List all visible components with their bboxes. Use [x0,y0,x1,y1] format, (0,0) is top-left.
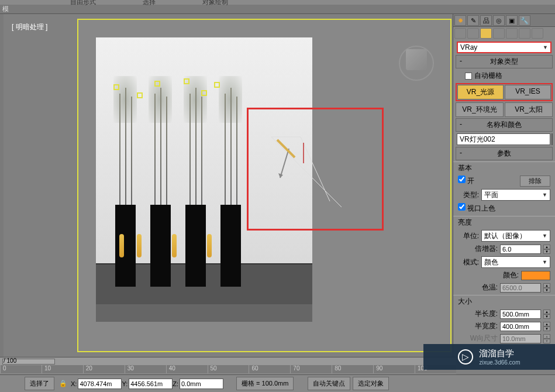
chevron-down-icon: ▼ [542,259,547,265]
z-label: Z: [173,380,178,387]
scene-floor-front [96,304,312,322]
menu-select[interactable]: 选择 [143,0,156,2]
display-tab-icon[interactable]: ▣ [506,15,518,26]
lock-icon[interactable]: 🔒 [56,380,71,387]
chevron-down-icon: ▼ [542,233,547,239]
cameras-icon[interactable] [493,28,505,39]
light-gizmo-icon[interactable] [113,84,119,90]
viewport-container: [ 明暗处理 ] [4,14,453,357]
selected-count-button[interactable]: 选择了 [25,377,54,390]
chevron-down-icon: ▼ [543,44,548,50]
halflength-label: 半长度: [475,309,498,319]
color-swatch[interactable] [521,271,550,280]
unit-label: 单位: [458,231,479,241]
top-menu-bar: 自由形式 选择 对象绘制 [0,0,555,5]
menu-freeform[interactable]: 自由形式 [70,0,96,2]
rollout-params[interactable]: - 参数 [456,147,553,160]
selected-object-button[interactable]: 选定对象 [353,377,389,390]
timeline-ruler: 0 10 20 30 40 50 60 70 80 90 100 [0,365,456,373]
annotation-highlight-box [247,108,384,231]
chevron-down-icon: ▼ [542,192,547,198]
viewport-label[interactable]: [ 明暗处理 ] [12,22,47,32]
group-intensity-label: 亮度 [453,216,555,229]
modify-tab-icon[interactable]: ✎ [467,15,479,26]
geometry-icon[interactable] [454,28,466,39]
spinner-up: ▲ [543,283,550,288]
colortemp-input [500,283,541,293]
auto-key-button[interactable]: 自动关键点 [308,377,350,390]
object-name-input[interactable] [457,133,550,145]
object-color-swatch[interactable] [551,133,553,145]
z-coord-input[interactable] [180,379,223,389]
create-subtabs [453,27,555,40]
grid-size-display: 栅格 = 100.0mm [236,377,294,390]
time-slider[interactable]: / 100 [0,357,456,365]
vr-ies-button[interactable]: VR_IES [505,85,551,99]
helpers-icon[interactable] [506,28,518,39]
panel-tabs: ✸ ✎ 品 ◎ ▣ 🔧 [453,14,555,27]
command-panel: ✸ ✎ 品 ◎ ▣ 🔧 VRay ▼ - 对象类型 自动 [453,14,555,357]
rollout-name-color[interactable]: - 名称和颜色 [456,118,553,132]
vr-ambient-button[interactable]: VR_环境光 [456,102,504,117]
spinner-down[interactable]: ▼ [543,249,550,254]
spinner-up[interactable]: ▲ [543,245,550,249]
plant-4[interactable] [216,88,245,287]
menu-object-paint[interactable]: 对象绘制 [202,0,228,2]
vr-sun-button[interactable]: VR_太阳 [505,102,553,117]
light-category-dropdown[interactable]: VRay ▼ [457,42,551,53]
light-gizmo-icon[interactable] [214,82,220,88]
unit-dropdown[interactable]: 默认（图像） ▼ [481,230,550,242]
viewport[interactable] [77,19,451,352]
multiplier-label: 倍增器: [475,244,498,254]
spinner-down[interactable]: ▼ [543,314,550,319]
spinner-down: ▼ [543,288,550,293]
wsize-input [500,334,541,343]
status-bar: 选择了 🔒 X: Y: Z: 栅格 = 100.0mm 自动关键点 选定对象 [0,374,555,392]
shapes-icon[interactable] [467,28,479,39]
auto-grid-checkbox[interactable]: 自动栅格 [453,70,555,82]
spinner-down[interactable]: ▼ [543,326,550,331]
light-beam-icon [207,234,212,257]
rollout-object-type[interactable]: - 对象类型 [456,55,553,68]
exclude-button[interactable]: 排除 [520,176,550,187]
halflength-input[interactable] [500,310,541,319]
group-size-label: 大小 [453,295,555,308]
timeline[interactable]: / 100 0 10 20 30 40 50 60 70 80 90 100 [0,357,456,374]
mode-label: 模式: [458,257,479,267]
mode-dropdown[interactable]: 颜色 ▼ [481,256,550,268]
spacewarps-icon[interactable] [519,28,530,39]
multiplier-input[interactable] [500,245,541,254]
plant-1[interactable] [111,88,140,287]
light-beam-icon [172,234,177,257]
spinner-up: ▲ [543,334,550,339]
type-label: 类型: [458,190,479,200]
viewport-color-checkbox[interactable]: 视口上色 [458,203,495,214]
motion-tab-icon[interactable]: ◎ [493,15,505,26]
viewcube[interactable] [406,49,427,70]
systems-icon[interactable] [532,28,543,39]
light-gizmo-icon[interactable] [154,81,160,87]
light-gizmo-icon[interactable] [137,92,143,98]
spinner-down: ▼ [543,339,550,343]
plant-2[interactable] [146,88,175,287]
spinner-up[interactable]: ▲ [543,310,550,314]
y-coord-input[interactable] [129,379,173,389]
halfwidth-label: 半宽度: [475,321,498,331]
spinner-up[interactable]: ▲ [543,322,550,326]
vr-light-button[interactable]: VR_光源 [457,85,504,99]
create-tab-icon[interactable]: ✸ [454,15,466,26]
lights-icon[interactable] [480,28,492,39]
utilities-tab-icon[interactable]: 🔧 [519,15,530,26]
type-dropdown[interactable]: 平面 ▼ [481,189,550,201]
hierarchy-tab-icon[interactable]: 品 [480,15,492,26]
halfwidth-input[interactable] [500,322,541,331]
plant-3[interactable] [181,88,210,287]
annotation-highlight-vrlight: VR_光源 VR_IES [456,83,553,101]
light-gizmo-icon[interactable] [201,90,207,96]
wsize-label: W向尺寸 [470,333,498,343]
watermark: ▷ 溜溜自学 zixue.3d66.com [423,344,555,370]
light-gizmo-icon[interactable] [184,78,189,84]
on-checkbox[interactable]: 开 [458,176,474,187]
x-coord-input[interactable] [78,379,122,389]
play-icon: ▷ [458,349,473,365]
